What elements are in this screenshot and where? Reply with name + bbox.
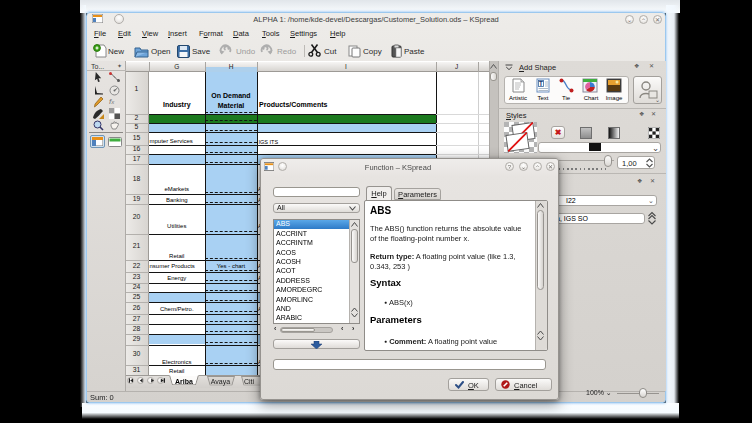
svg-text:T: T: [539, 80, 544, 87]
